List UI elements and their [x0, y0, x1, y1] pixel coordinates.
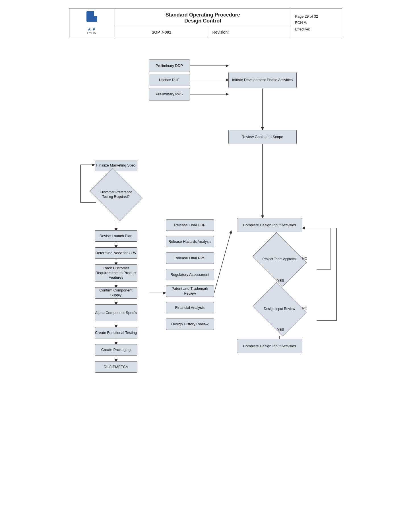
finalize-marketing-box: Finalize Marketing Spec — [95, 160, 137, 171]
patent-trademark-box: Patent and Trademark Review — [166, 285, 214, 297]
logo-sub: LYON — [87, 31, 96, 35]
customer-pref-diamond: Customer Preference Testing Required? — [95, 178, 137, 211]
project-team-diamond: Project Team Approval — [258, 242, 301, 276]
logo-icon — [85, 11, 99, 25]
revision-label: Revision: — [208, 27, 291, 37]
update-dhf-box: Update DHF — [149, 74, 190, 86]
design-input-review-diamond: Design Input Review — [258, 292, 301, 326]
initiate-dev-box: Initiate Development Phase Activities — [228, 72, 297, 88]
svg-line-16 — [214, 231, 231, 293]
page-wrapper: A P LYON Standard Operating Procedure De… — [63, 0, 348, 470]
complete-design-input-box: Complete Design Input Activities — [237, 218, 302, 232]
financial-analysis-box: Financial Analysis — [166, 302, 214, 313]
preliminary-ddp-box: Preliminary DDP — [149, 59, 190, 72]
logo-text: A P — [88, 27, 96, 31]
review-goals-box: Review Goals and Scope — [228, 130, 297, 144]
no-label-1: NO — [302, 256, 307, 260]
logo-cell: A P LYON — [69, 9, 115, 37]
yes-label-2: YES — [277, 328, 284, 332]
release-final-pps-box: Release Final PPS — [166, 252, 214, 264]
create-functional-box: Create Functional Testing — [95, 327, 137, 338]
yes-label-1: YES — [277, 279, 284, 283]
release-final-ddp-box: Release Final DDP — [166, 219, 214, 231]
draft-pmfeca-box: Draft PMFECA — [95, 361, 137, 373]
sop-number: SOP 7-001 — [115, 27, 208, 37]
header-table: A P LYON Standard Operating Procedure De… — [69, 9, 342, 37]
determine-crv-box: Determine Need for CRV — [95, 247, 137, 259]
release-hazards-box: Release Hazards Analysis — [166, 236, 214, 247]
trace-customer-box: Trace Customer Requirements to Product F… — [95, 264, 137, 282]
no-label-2: NO — [302, 306, 307, 310]
header-title: Standard Operating Procedure Design Cont… — [115, 9, 291, 27]
preliminary-pps-box: Preliminary PPS — [149, 88, 190, 100]
page-info: Page 29 of 32 ECN #: Effective: — [291, 9, 342, 37]
confirm-component-box: Confirm Component Supply — [95, 287, 137, 299]
flowchart: Preliminary DDP Update DHF Preliminary P… — [69, 49, 342, 461]
design-history-box: Design History Review — [166, 319, 214, 330]
alpha-component-box: Alpha Component Spec's — [95, 304, 137, 321]
regulatory-box: Regulatory Assessment — [166, 269, 214, 280]
devise-launch-box: Devise Launch Plan — [95, 230, 137, 242]
complete-design-input2-box: Complete Design Input Activities — [237, 339, 302, 353]
create-packaging-box: Create Packaging — [95, 344, 137, 356]
